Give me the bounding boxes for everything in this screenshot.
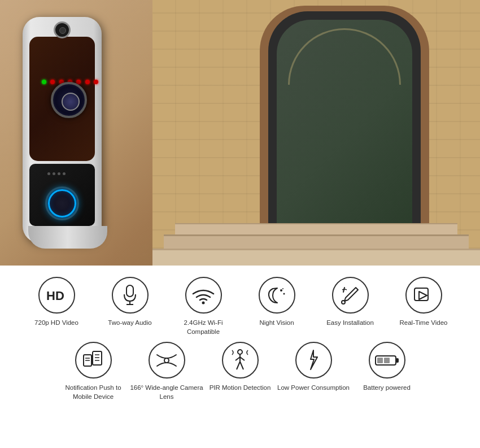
wide-angle-label: 166° Wide-angle Camera Lens bbox=[130, 383, 203, 401]
svg-text:HD: HD bbox=[46, 289, 64, 303]
doorbell-dots bbox=[47, 172, 66, 175]
svg-point-7 bbox=[282, 288, 283, 289]
realtime-video-label: Real-Time Video bbox=[399, 318, 447, 327]
battery-label: Battery powered bbox=[363, 383, 411, 392]
doorbell-body bbox=[23, 17, 102, 243]
svg-line-25 bbox=[240, 362, 243, 369]
svg-point-6 bbox=[283, 293, 285, 294]
svg-line-23 bbox=[240, 357, 245, 360]
svg-line-9 bbox=[343, 288, 344, 292]
doorbell-ring-glow bbox=[48, 189, 76, 218]
low-power-icon bbox=[295, 342, 332, 379]
svg-rect-27 bbox=[396, 358, 399, 363]
doorbell-device bbox=[17, 11, 107, 249]
svg-point-19 bbox=[164, 358, 169, 363]
svg-rect-15 bbox=[93, 351, 102, 365]
wide-angle-icon bbox=[149, 342, 185, 379]
night-vision-label: Night Vision bbox=[259, 318, 294, 327]
night-vision-icon bbox=[259, 277, 295, 314]
doorbell-top-camera bbox=[54, 21, 71, 38]
svg-point-4 bbox=[202, 301, 205, 304]
hero-section bbox=[0, 0, 480, 266]
doorbell-silver-bottom bbox=[28, 226, 107, 249]
dot-4 bbox=[63, 172, 66, 175]
wifi-icon bbox=[185, 277, 222, 314]
wifi-label: 2.4GHz Wi-Fi Compatible bbox=[167, 318, 240, 336]
feature-wifi: 2.4GHz Wi-Fi Compatible bbox=[167, 277, 240, 336]
realtime-video-icon bbox=[405, 277, 442, 314]
step-2 bbox=[164, 234, 469, 249]
svg-point-20 bbox=[238, 350, 242, 354]
step-1 bbox=[152, 249, 480, 266]
feature-wide-angle: 166° Wide-angle Camera Lens bbox=[130, 342, 203, 401]
ir-dot-red-5 bbox=[85, 80, 90, 84]
steps bbox=[152, 220, 480, 266]
two-way-audio-label: Two-way Audio bbox=[108, 318, 151, 327]
svg-point-8 bbox=[342, 301, 345, 304]
feature-night-vision: Night Vision bbox=[240, 277, 313, 327]
dot-3 bbox=[58, 172, 60, 175]
dot-1 bbox=[47, 172, 50, 175]
feature-easy-installation: Easy Installation bbox=[313, 277, 387, 327]
dot-2 bbox=[53, 172, 55, 175]
feature-notification: Notification Push to Mobile Device bbox=[56, 342, 130, 401]
two-way-audio-icon bbox=[112, 277, 149, 314]
feature-low-power: Low Power Consumption bbox=[277, 342, 350, 392]
hd-video-icon: HD bbox=[38, 277, 75, 314]
svg-rect-29 bbox=[384, 358, 390, 363]
easy-installation-label: Easy Installation bbox=[326, 318, 374, 327]
svg-rect-1 bbox=[126, 285, 133, 297]
svg-rect-28 bbox=[377, 358, 383, 363]
hd-video-label: 720p HD Video bbox=[34, 318, 78, 327]
features-section: HD 720p HD Video Two-way Audio bbox=[0, 266, 480, 448]
doorbell-ring-button[interactable] bbox=[45, 186, 79, 220]
svg-marker-11 bbox=[419, 292, 427, 299]
svg-line-24 bbox=[237, 362, 240, 369]
low-power-label: Low Power Consumption bbox=[277, 383, 350, 392]
ir-dot-green-1 bbox=[42, 80, 46, 84]
battery-icon bbox=[369, 342, 405, 379]
features-row-2: Notification Push to Mobile Device 166° … bbox=[17, 342, 463, 401]
doorbell-dark-panel bbox=[29, 37, 95, 161]
easy-installation-icon bbox=[332, 277, 369, 314]
feature-realtime-video: Real-Time Video bbox=[387, 277, 460, 327]
ir-dot-red-1 bbox=[50, 80, 55, 84]
pir-motion-icon bbox=[222, 342, 259, 379]
feature-battery: Battery powered bbox=[350, 342, 424, 392]
feature-two-way-audio: Two-way Audio bbox=[93, 277, 167, 327]
features-row-1: HD 720p HD Video Two-way Audio bbox=[17, 277, 463, 336]
pir-motion-label: PIR Motion Detection bbox=[210, 383, 271, 392]
feature-pir-motion: PIR Motion Detection bbox=[203, 342, 277, 392]
svg-line-22 bbox=[235, 357, 240, 360]
doorbell-main-camera bbox=[51, 82, 87, 118]
notification-label: Notification Push to Mobile Device bbox=[56, 383, 130, 401]
ir-dot-red-6 bbox=[94, 80, 98, 84]
feature-hd-video: HD 720p HD Video bbox=[20, 277, 93, 327]
notification-icon bbox=[75, 342, 112, 379]
step-3 bbox=[175, 223, 457, 234]
svg-point-5 bbox=[280, 289, 282, 292]
